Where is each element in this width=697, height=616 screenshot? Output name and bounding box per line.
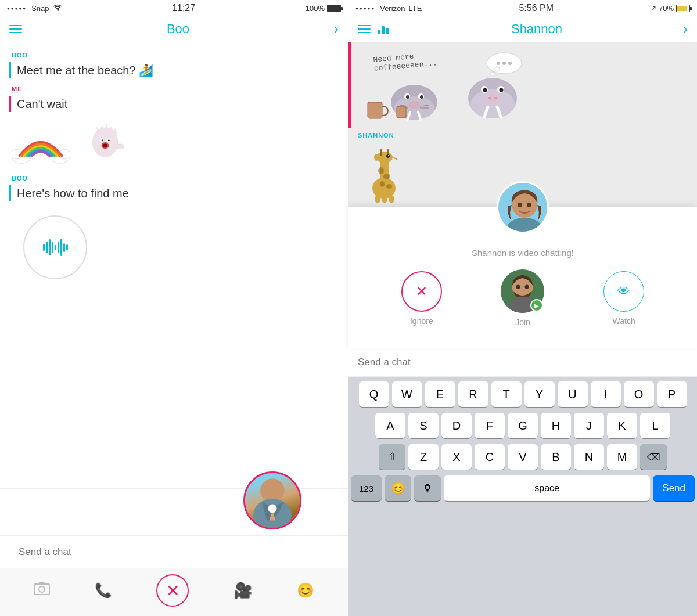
svg-point-43 bbox=[486, 93, 500, 103]
svg-point-51 bbox=[386, 154, 390, 158]
key-U[interactable]: U bbox=[558, 381, 588, 407]
svg-point-53 bbox=[378, 167, 384, 174]
key-F[interactable]: F bbox=[475, 413, 505, 438]
space-key[interactable]: space bbox=[444, 475, 650, 501]
time-left: 11:27 bbox=[172, 3, 195, 13]
chevron-right-right[interactable]: › bbox=[683, 21, 688, 37]
send-chat-input-right[interactable] bbox=[358, 356, 688, 368]
svg-point-42 bbox=[500, 88, 504, 92]
video-icon[interactable]: 🎥 bbox=[233, 582, 252, 600]
sender-label-boo-1: BOO bbox=[0, 49, 348, 60]
shift-key[interactable]: ⇧ bbox=[379, 444, 405, 470]
action-bar-left: 📞 ✕ 🎥 😊 bbox=[0, 568, 348, 616]
key-S[interactable]: S bbox=[408, 413, 439, 438]
key-K[interactable]: K bbox=[607, 413, 637, 438]
svg-point-23 bbox=[406, 95, 409, 99]
delete-key[interactable]: ⌫ bbox=[640, 444, 667, 470]
svg-point-15 bbox=[268, 504, 276, 513]
ignore-button[interactable]: ✕ bbox=[401, 271, 442, 312]
speech-walrus-sticker bbox=[458, 52, 527, 124]
key-D[interactable]: D bbox=[441, 413, 472, 438]
shannon-avatar-right bbox=[497, 181, 549, 233]
ghost-sticker bbox=[79, 121, 131, 168]
eye-icon: 👁 bbox=[617, 284, 630, 299]
emoji-icon[interactable]: 😊 bbox=[297, 582, 314, 599]
end-call-button-left[interactable]: ✕ bbox=[156, 574, 189, 607]
svg-point-68 bbox=[516, 285, 520, 289]
chat-title-left: Boo bbox=[167, 21, 189, 37]
svg-point-32 bbox=[495, 67, 500, 71]
header-left: Boo › bbox=[0, 16, 348, 42]
svg-point-55 bbox=[380, 181, 385, 187]
keyboard-row-2: A S D F G H J K L bbox=[351, 413, 695, 438]
video-chat-overlay-left bbox=[0, 489, 348, 535]
key-L[interactable]: L bbox=[640, 413, 670, 438]
keyboard-row-1: Q W E R T Y U I O P bbox=[351, 381, 695, 407]
audio-message[interactable] bbox=[23, 215, 87, 279]
message-text-boo-1: Meet me at the beach? 🏄 bbox=[9, 62, 339, 78]
rainbow-sticker bbox=[12, 124, 70, 165]
key-Z[interactable]: Z bbox=[408, 444, 439, 470]
photo-icon[interactable] bbox=[34, 582, 50, 599]
key-B[interactable]: B bbox=[541, 444, 571, 470]
audio-message-container[interactable] bbox=[0, 206, 348, 289]
mic-key[interactable]: 🎙 bbox=[414, 475, 441, 501]
app-name-left: Snap bbox=[31, 4, 49, 13]
send-key[interactable]: Send bbox=[653, 475, 695, 501]
numbers-key[interactable]: 123 bbox=[351, 475, 382, 501]
key-P[interactable]: P bbox=[657, 381, 687, 407]
key-G[interactable]: G bbox=[508, 413, 538, 438]
hamburger-menu-right[interactable] bbox=[358, 25, 371, 33]
sticker-section-right: Need morecoffeeeeeen... bbox=[348, 42, 697, 128]
svg-point-64 bbox=[518, 203, 522, 207]
bar-chart-icon[interactable] bbox=[378, 24, 390, 34]
chevron-right-left[interactable]: › bbox=[334, 21, 339, 37]
key-X[interactable]: X bbox=[441, 444, 472, 470]
hamburger-menu-left[interactable] bbox=[9, 25, 22, 33]
signal-dots-left: ●●●●● bbox=[7, 6, 27, 11]
message-boo-2: BOO Here's how to find me bbox=[0, 172, 348, 201]
shannon-label: SHANNON bbox=[348, 128, 697, 140]
right-panel: ●●●●● Verizon LTE 5:56 PM ↗ 70% Shann bbox=[348, 0, 697, 616]
phone-icon[interactable]: 📞 bbox=[95, 582, 112, 599]
key-N[interactable]: N bbox=[574, 444, 604, 470]
keyboard: Q W E R T Y U I O P A S D F G H J K L ⇧ … bbox=[348, 377, 697, 616]
key-I[interactable]: I bbox=[591, 381, 621, 407]
emoji-key[interactable]: 😊 bbox=[385, 475, 411, 501]
key-J[interactable]: J bbox=[574, 413, 604, 438]
key-Y[interactable]: Y bbox=[524, 381, 555, 407]
key-H[interactable]: H bbox=[541, 413, 571, 438]
watch-button[interactable]: 👁 bbox=[603, 271, 644, 312]
key-V[interactable]: V bbox=[508, 444, 538, 470]
svg-point-54 bbox=[383, 174, 390, 179]
video-badge: ▶ bbox=[530, 299, 543, 312]
key-T[interactable]: T bbox=[491, 381, 522, 407]
keyboard-bottom-row: 123 😊 🎙 space Send bbox=[351, 475, 695, 501]
send-chat-input-left[interactable] bbox=[9, 541, 339, 564]
status-bar-left: ●●●●● Snap 11:27 100% bbox=[0, 0, 348, 16]
svg-point-35 bbox=[502, 62, 506, 65]
svg-rect-16 bbox=[34, 584, 49, 595]
svg-point-34 bbox=[497, 62, 500, 65]
keyboard-row-3: ⇧ Z X C V B N M ⌫ bbox=[351, 444, 695, 470]
video-chat-notification: Shannon is video chatting! ✕ Ignore bbox=[348, 207, 697, 348]
key-O[interactable]: O bbox=[624, 381, 654, 407]
key-C[interactable]: C bbox=[475, 444, 505, 470]
send-chat-bar-left bbox=[0, 535, 348, 568]
svg-point-44 bbox=[488, 97, 491, 99]
watch-label: Watch bbox=[613, 316, 635, 326]
video-avatar-left bbox=[243, 471, 301, 529]
key-A[interactable]: A bbox=[375, 413, 405, 438]
bottom-bar-left: 📞 ✕ 🎥 😊 bbox=[0, 488, 348, 616]
coffee-text: Need morecoffeeeeeen... bbox=[373, 50, 437, 73]
header-right: Shannon › bbox=[348, 16, 697, 42]
header-icons-right bbox=[358, 24, 390, 34]
key-R[interactable]: R bbox=[458, 381, 488, 407]
avatar-image-left bbox=[245, 473, 300, 528]
key-E[interactable]: E bbox=[425, 381, 455, 407]
key-M[interactable]: M bbox=[607, 444, 637, 470]
svg-point-65 bbox=[527, 203, 531, 207]
key-Q[interactable]: Q bbox=[359, 381, 389, 407]
join-button-container: ▶ bbox=[501, 269, 544, 313]
key-W[interactable]: W bbox=[392, 381, 422, 407]
